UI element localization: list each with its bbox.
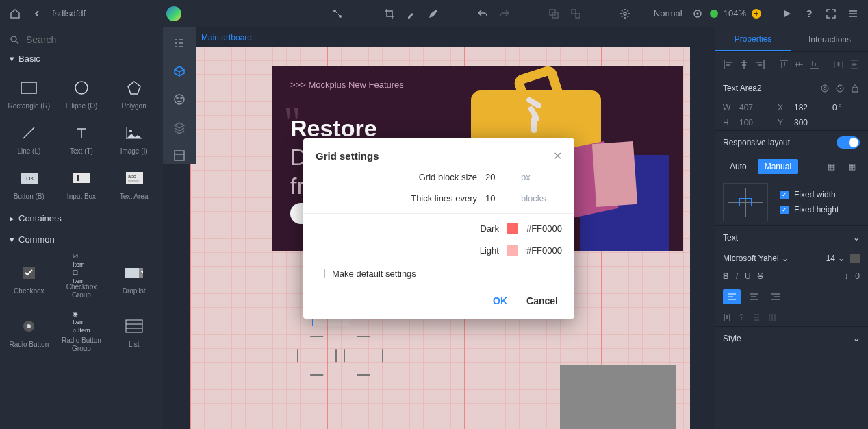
section-containers[interactable]: ▸ Containers	[0, 208, 163, 229]
tool-droplist[interactable]: Droplist	[107, 253, 160, 306]
ok-button[interactable]: OK	[493, 295, 507, 306]
block-size-input[interactable]: 20	[485, 172, 513, 182]
close-icon[interactable]: ✕	[553, 149, 562, 162]
eyedropper-icon[interactable]	[402, 4, 421, 23]
align-center-v-icon[interactable]	[793, 56, 805, 73]
view-mode[interactable]: Normal	[654, 8, 682, 19]
indent-icon[interactable]: ?	[739, 312, 744, 322]
line-height-input[interactable]: 0	[855, 271, 860, 281]
add-icon[interactable]: +	[752, 9, 761, 19]
canvas[interactable]: Main artboard " >>> Mockplus New Feature…	[163, 27, 715, 429]
italic-icon[interactable]: I	[736, 271, 738, 281]
tool-polygon[interactable]: Polygon	[107, 72, 160, 117]
spacing-icon[interactable]	[723, 312, 732, 322]
text-align-left-icon[interactable]	[723, 289, 741, 304]
help-icon[interactable]: ?	[800, 4, 819, 23]
constraint-diagram[interactable]	[723, 183, 768, 221]
dark-color-swatch[interactable]	[507, 223, 518, 234]
pen-icon[interactable]	[424, 4, 443, 23]
lock-icon[interactable]	[850, 84, 860, 93]
text-align-right-icon[interactable]	[767, 289, 784, 304]
auto-button[interactable]: Auto	[723, 159, 754, 174]
style-section-header[interactable]: Style⌄	[715, 326, 868, 350]
text-align-center-icon[interactable]	[745, 289, 763, 304]
visibility-icon[interactable]	[820, 84, 830, 93]
align-right-icon[interactable]	[754, 56, 766, 73]
height-input[interactable]: 100	[739, 118, 774, 127]
distribute-v-icon[interactable]	[848, 56, 860, 73]
tool-inputbox[interactable]: Input Box	[55, 162, 108, 208]
settings-icon[interactable]	[615, 4, 635, 23]
fullscreen-icon[interactable]	[821, 4, 841, 23]
group-icon[interactable]	[544, 4, 563, 23]
tool-textarea[interactable]: abcText Area	[107, 162, 160, 208]
light-color-hex[interactable]: #FF0000	[526, 245, 562, 256]
y-input[interactable]: 300	[794, 118, 828, 127]
crop-icon[interactable]	[380, 4, 399, 23]
align-bottom-icon[interactable]	[809, 56, 821, 73]
x-input[interactable]: 182	[794, 103, 828, 112]
play-icon[interactable]	[778, 4, 797, 23]
tool-line[interactable]: Line (L)	[3, 117, 55, 162]
tool-radiogroup[interactable]: ◉ Item○ ItemRadio Button Group	[55, 306, 108, 360]
rail-tree-icon[interactable]	[168, 34, 190, 51]
default-checkbox[interactable]	[316, 269, 325, 278]
list-icon[interactable]	[751, 312, 761, 322]
cancel-button[interactable]: Cancel	[526, 295, 558, 306]
connector-tool-icon[interactable]	[328, 4, 347, 23]
disable-icon[interactable]	[835, 84, 845, 93]
tool-checkboxgroup[interactable]: ☑ Item☐ ItemCheckbox Group	[55, 253, 108, 306]
light-color-swatch[interactable]	[507, 245, 518, 256]
tool-rectangle[interactable]: Rectangle (R)	[3, 72, 55, 117]
font-family-select[interactable]: Microsoft Yahei ⌄	[723, 254, 789, 263]
menu-icon[interactable]	[843, 4, 863, 23]
tool-image[interactable]: Image (I)	[107, 117, 160, 162]
fixed-width-checkbox[interactable]: ✓	[780, 191, 789, 199]
thick-lines-input[interactable]: 10	[485, 193, 513, 204]
tool-text[interactable]: Text (T)	[55, 117, 108, 162]
default-label: Make default settings	[332, 269, 416, 279]
tab-properties[interactable]: Properties	[715, 27, 791, 51]
rail-template-icon[interactable]	[168, 147, 190, 164]
align-top-icon[interactable]	[778, 56, 789, 73]
rail-layers-icon[interactable]	[168, 119, 190, 136]
back-icon[interactable]	[27, 4, 47, 23]
add-constraint-icon-2[interactable]: ▦	[843, 158, 860, 175]
rotation-input[interactable]: 0	[832, 103, 837, 112]
redo-icon[interactable]	[495, 4, 514, 23]
manual-button[interactable]: Manual	[758, 159, 798, 174]
font-size-select[interactable]: 14 ⌄	[826, 254, 845, 263]
bold-icon[interactable]: B	[723, 271, 729, 281]
section-common[interactable]: ▾ Common	[0, 229, 163, 250]
underline-icon[interactable]: U	[745, 271, 751, 281]
align-center-h-icon[interactable]	[739, 56, 750, 73]
rail-cube-icon[interactable]	[168, 62, 190, 79]
columns-icon[interactable]	[767, 312, 777, 322]
responsive-toggle[interactable]	[837, 136, 860, 149]
ungroup-icon[interactable]	[566, 4, 585, 23]
section-basic[interactable]: ▾ Basic	[0, 48, 163, 69]
font-color-swatch[interactable]	[850, 254, 860, 263]
tool-ellipse[interactable]: Ellipse (O)	[55, 72, 108, 117]
artboard-label[interactable]: Main artboard	[201, 33, 252, 42]
tool-radio[interactable]: Radio Button	[3, 306, 55, 360]
align-left-icon[interactable]	[723, 56, 735, 73]
fixed-height-checkbox[interactable]: ✓	[780, 206, 789, 214]
tool-list[interactable]: List	[107, 306, 160, 360]
strikethrough-icon[interactable]: S	[758, 271, 763, 281]
undo-icon[interactable]	[473, 4, 492, 23]
rail-emoji-icon[interactable]	[168, 90, 190, 108]
placed-image[interactable]	[560, 365, 676, 429]
width-input[interactable]: 407	[739, 103, 774, 112]
tab-interactions[interactable]: Interactions	[791, 27, 868, 51]
zoom-level[interactable]: 104%	[724, 8, 746, 19]
search-input[interactable]	[26, 34, 153, 45]
distribute-h-icon[interactable]	[832, 56, 844, 73]
home-icon[interactable]	[5, 4, 25, 23]
target-icon[interactable]	[688, 4, 707, 23]
dark-color-hex[interactable]: #FF0000	[526, 223, 562, 234]
tool-checkbox[interactable]: Checkbox	[3, 253, 55, 306]
tool-button[interactable]: OKButton (B)	[3, 162, 55, 208]
text-section-header[interactable]: Text⌄	[715, 225, 868, 249]
add-constraint-icon[interactable]: ▦	[823, 158, 839, 175]
